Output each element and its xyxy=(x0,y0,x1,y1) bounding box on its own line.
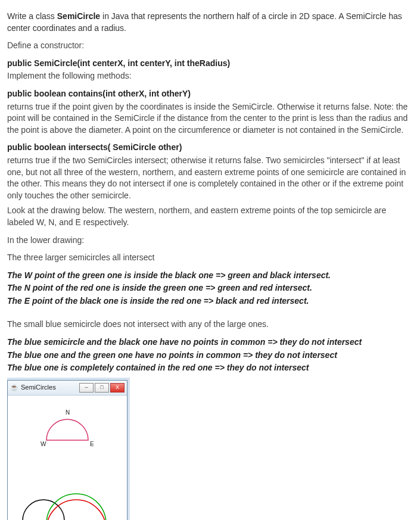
label-w: W xyxy=(41,441,46,447)
bullet-2: The N point of the red one is inside the… xyxy=(7,282,412,294)
intro-text-1: Write a class xyxy=(7,11,57,21)
intersects-signature: public boolean intersects( SemiCircle ot… xyxy=(7,142,412,154)
bullet-5: The blue one and the green one have no p… xyxy=(7,350,412,362)
lower-p2: The small blue semicircle does not inter… xyxy=(7,319,412,331)
look-instruction: Look at the drawing below. The western, … xyxy=(7,205,412,228)
label-e: E xyxy=(90,441,94,447)
green-semicircle xyxy=(46,494,106,520)
window-title: SemiCircles xyxy=(21,383,78,392)
minimize-button[interactable]: – xyxy=(79,383,94,393)
implement-methods: Implement the following methods: xyxy=(7,70,412,82)
bullet-6: The blue one is completely contained in … xyxy=(7,362,412,374)
window-titlebar: ☕ SemiCircles – □ X xyxy=(8,381,127,396)
pink-semicircle xyxy=(46,419,88,440)
canvas-area: W N E xyxy=(8,396,127,520)
bullet-4: The blue semicircle and the black one ha… xyxy=(7,337,412,348)
java-icon: ☕ xyxy=(10,384,18,392)
intersects-description: returns true if the two SemiCircles inte… xyxy=(7,155,412,201)
maximize-button[interactable]: □ xyxy=(95,383,109,393)
contains-description: returns true if the point given by the c… xyxy=(7,101,412,136)
constructor-signature: public SemiCircle(int centerX, int cente… xyxy=(7,58,412,70)
define-constructor: Define a constructor: xyxy=(7,40,412,52)
bullet-3: The E point of the black one is inside t… xyxy=(7,295,412,307)
label-n: N xyxy=(66,409,70,416)
semicircle-drawing: W N E xyxy=(8,396,127,520)
close-button[interactable]: X xyxy=(110,383,125,393)
class-name: SemiCircle xyxy=(57,11,100,21)
black-semicircle xyxy=(23,500,64,520)
lower-heading: In the lower drawing: xyxy=(7,235,412,247)
bullet-1: The W point of the green one is inside t… xyxy=(7,270,412,282)
lower-p1: The three larger semicircles all interse… xyxy=(7,252,412,264)
intro-paragraph: Write a class SemiCircle in Java that re… xyxy=(7,11,412,34)
contains-signature: public boolean contains(int otherX, int … xyxy=(7,88,412,100)
window-frame: ☕ SemiCircles – □ X W N E xyxy=(7,380,127,520)
